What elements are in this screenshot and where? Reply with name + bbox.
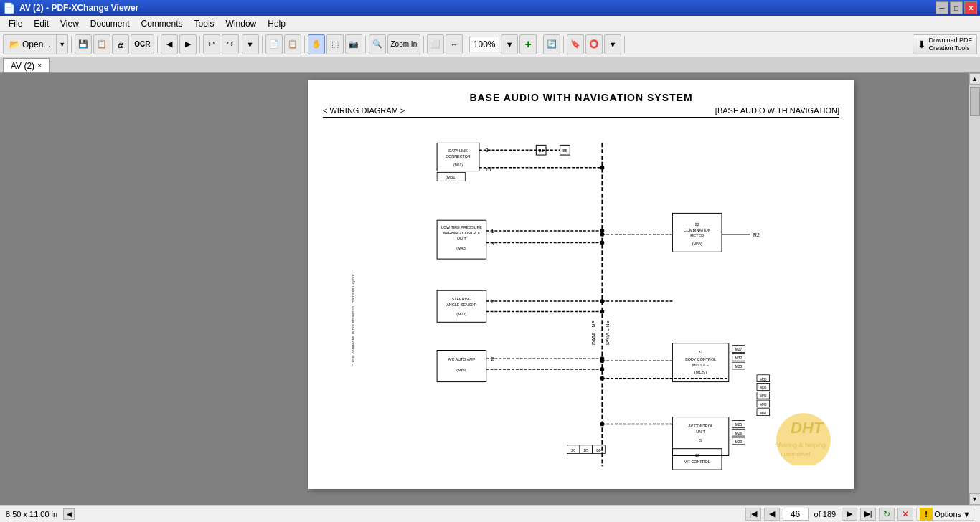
copy-button[interactable]: 📄 <box>265 34 283 54</box>
svg-text:31: 31 <box>699 350 703 354</box>
zoom-dropdown[interactable]: ▼ <box>501 34 518 54</box>
subtitle-right: [BASE AUDIO WITH NAVIGATION] <box>715 106 839 115</box>
download-icon: ⬇ <box>918 39 926 50</box>
menu-comments[interactable]: Comments <box>136 17 189 30</box>
svg-point-81 <box>600 422 604 426</box>
open-dropdown-arrow[interactable]: ▼ <box>57 35 67 54</box>
svg-point-48 <box>600 310 604 314</box>
zoom-plus[interactable]: + <box>519 34 537 54</box>
maximize-button[interactable]: □ <box>950 1 963 14</box>
options-label: Options <box>934 510 961 518</box>
svg-text:M40: M40 <box>760 403 767 407</box>
tab-label: AV (2) <box>11 61 34 71</box>
right-scrollbar: ▲ ▼ <box>969 73 980 505</box>
tools-dropdown[interactable]: ▼ <box>604 34 621 54</box>
zoom-input[interactable] <box>469 37 499 52</box>
menu-edit[interactable]: Edit <box>28 17 55 30</box>
tab-close-button[interactable]: × <box>37 62 42 70</box>
window-title: AV (2) - PDF-XChange Viewer <box>19 3 138 13</box>
warning-icon: ! <box>920 508 933 521</box>
left-scroll-area <box>0 73 194 505</box>
rotate-button[interactable]: 🔄 <box>543 34 560 54</box>
open-label[interactable]: 📂 Open... <box>4 35 57 54</box>
scroll-thumb[interactable] <box>970 87 980 116</box>
redo-dropdown[interactable]: ▼ <box>242 34 259 54</box>
svg-text:22: 22 <box>695 222 699 227</box>
svg-text:B5: B5 <box>584 448 589 452</box>
svg-text:M35: M35 <box>760 378 767 381</box>
select-tool[interactable]: ⬚ <box>326 34 344 54</box>
svg-text:20: 20 <box>571 448 575 452</box>
svg-text:(M43): (M43) <box>456 246 466 250</box>
scroll-down-button[interactable]: ▼ <box>969 493 981 505</box>
next-page-button[interactable]: ▶ <box>842 508 857 521</box>
svg-text:M32: M32 <box>735 356 743 360</box>
back-button[interactable]: ◀ <box>161 34 178 54</box>
bookmark-button[interactable]: 🔖 <box>567 34 584 54</box>
svg-text:METER: METER <box>690 234 704 238</box>
menu-view[interactable]: View <box>55 17 85 30</box>
menu-help[interactable]: Help <box>262 17 291 30</box>
main-area: BASE AUDIO WITH NAVIGATION SYSTEM < WIRI… <box>0 73 980 505</box>
svg-rect-70 <box>672 417 728 456</box>
stop-button[interactable]: ✕ <box>897 508 913 521</box>
separator-4 <box>262 36 263 53</box>
download-label-1: Download PDF <box>928 37 972 44</box>
options-button[interactable]: ! Options ▼ <box>916 508 974 521</box>
svg-text:CONNECTOR: CONNECTOR <box>446 154 471 158</box>
title-bar: 📄 AV (2) - PDF-XChange Viewer ─ □ ✕ <box>0 0 980 16</box>
document-tab[interactable]: AV (2) × <box>3 58 50 72</box>
svg-point-30 <box>600 241 604 245</box>
separator-7 <box>423 36 424 53</box>
zoom-out-button[interactable]: 🔍 <box>369 34 386 54</box>
redo-button[interactable]: ↪ <box>222 34 239 54</box>
svg-text:DATA LINE: DATA LINE <box>591 321 596 345</box>
svg-text:(M61): (M61) <box>446 175 456 179</box>
open-button[interactable]: 📂 Open... ▼ <box>3 34 68 54</box>
svg-text:(M27): (M27) <box>456 312 466 316</box>
menu-tools[interactable]: Tools <box>189 17 220 30</box>
print-button[interactable]: 🖨 <box>112 34 129 54</box>
svg-point-39 <box>600 232 604 237</box>
scroll-up-button[interactable]: ▲ <box>969 73 981 85</box>
separator-5 <box>304 36 305 53</box>
snapshot-tool[interactable]: 📷 <box>345 34 362 54</box>
svg-text:M36: M36 <box>760 386 767 389</box>
svg-text:(M129): (M129) <box>694 370 707 374</box>
download-pdf-button[interactable]: ⬇ Download PDF Creation Tools <box>913 34 977 54</box>
stamp-button[interactable]: ⭕ <box>585 34 603 54</box>
scroll-left-button[interactable]: ◀ <box>63 508 75 520</box>
status-bar: 8.50 x 11.00 in ◀ |◀ ◀ of 189 ▶ ▶| ↻ ✕ !… <box>0 505 980 522</box>
menu-document[interactable]: Document <box>85 17 136 30</box>
svg-point-56 <box>600 367 604 371</box>
app-icon: 📄 <box>3 2 15 14</box>
pdf-container: BASE AUDIO WITH NAVIGATION SYSTEM < WIRI… <box>194 73 969 505</box>
minimize-button[interactable]: ─ <box>936 1 948 14</box>
fit-page-button[interactable]: ⬜ <box>427 34 444 54</box>
forward-button[interactable]: ▶ <box>179 34 197 54</box>
first-page-button[interactable]: |◀ <box>745 508 761 521</box>
options-dropdown-arrow: ▼ <box>963 510 971 518</box>
separator-9 <box>540 36 540 53</box>
zoom-in-button[interactable]: Zoom In <box>387 34 421 54</box>
menu-file[interactable]: File <box>3 17 28 30</box>
paste-button[interactable]: 📋 <box>284 34 301 54</box>
svg-point-63 <box>600 359 604 363</box>
last-page-button[interactable]: ▶| <box>860 508 876 521</box>
save-as-button[interactable]: 📋 <box>93 34 110 54</box>
undo-button[interactable]: ↩ <box>203 34 220 54</box>
refresh-button[interactable]: ↻ <box>879 508 895 521</box>
page-number-input[interactable] <box>783 508 809 521</box>
menu-window[interactable]: Window <box>220 17 263 30</box>
close-button[interactable]: ✕ <box>964 1 977 14</box>
svg-text:DATA LINE: DATA LINE <box>605 321 610 345</box>
fit-width-button[interactable]: ↔ <box>446 34 463 54</box>
save-button[interactable]: 💾 <box>75 34 92 54</box>
svg-text:UNIT: UNIT <box>696 430 705 434</box>
svg-text:A/C AUTO AMP: A/C AUTO AMP <box>448 357 475 361</box>
svg-text:UNIT: UNIT <box>457 237 466 241</box>
prev-page-button[interactable]: ◀ <box>764 508 780 521</box>
hand-tool[interactable]: ✋ <box>308 34 325 54</box>
toolbar: 📂 Open... ▼ 💾 📋 🖨 OCR ◀ ▶ ↩ ↪ ▼ 📄 📋 ✋ ⬚ … <box>0 32 980 57</box>
ocr-button[interactable]: OCR <box>131 34 154 54</box>
